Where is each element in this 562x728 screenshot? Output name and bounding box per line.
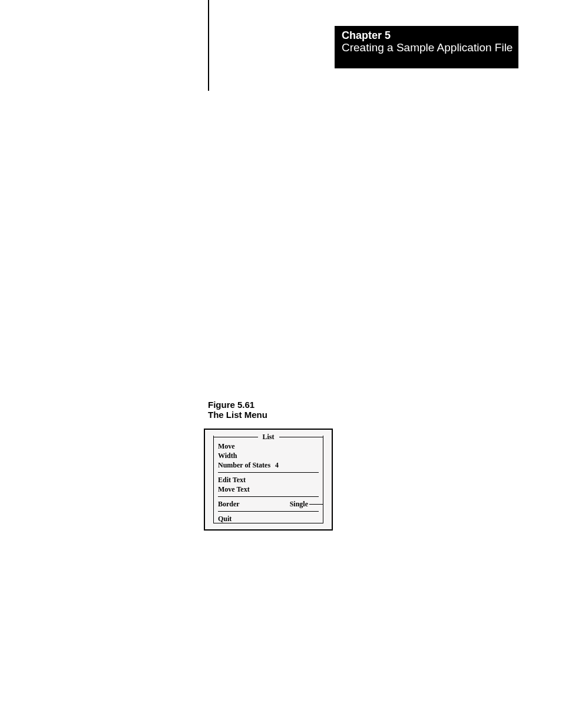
border-label: Border [218, 500, 240, 508]
chapter-number: Chapter 5 [342, 29, 518, 41]
menu-item-move[interactable]: Move [218, 442, 323, 451]
figure-title: The List Menu [208, 410, 267, 420]
figure-caption: Figure 5.61 The List Menu [208, 400, 267, 420]
menu-separator [218, 472, 319, 473]
chapter-title: Creating a Sample Application File [342, 41, 518, 54]
menu-item-width[interactable]: Width [218, 451, 323, 460]
list-menu-frame: List Move Width Number of States 4 Edit … [213, 436, 323, 523]
list-menu-panel: List Move Width Number of States 4 Edit … [204, 429, 333, 531]
figure-number: Figure 5.61 [208, 400, 267, 410]
chapter-header: Chapter 5 Creating a Sample Application … [335, 26, 518, 68]
vertical-rule [208, 0, 209, 91]
menu-item-border[interactable]: Border Single [218, 499, 323, 509]
menu-item-quit[interactable]: Quit [218, 514, 323, 523]
num-states-value: 4 [275, 461, 279, 469]
num-states-label: Number of States [218, 461, 270, 469]
border-line-icon [309, 504, 323, 505]
menu-item-number-of-states[interactable]: Number of States 4 [218, 460, 323, 470]
menu-separator [218, 496, 319, 497]
menu-title: List [258, 433, 279, 442]
menu-title-row: List [213, 433, 323, 442]
menu-items: Move Width Number of States 4 Edit Text … [218, 442, 323, 523]
border-value: Single [290, 500, 308, 508]
menu-separator [218, 511, 319, 512]
menu-item-move-text[interactable]: Move Text [218, 485, 323, 494]
menu-item-edit-text[interactable]: Edit Text [218, 475, 323, 485]
